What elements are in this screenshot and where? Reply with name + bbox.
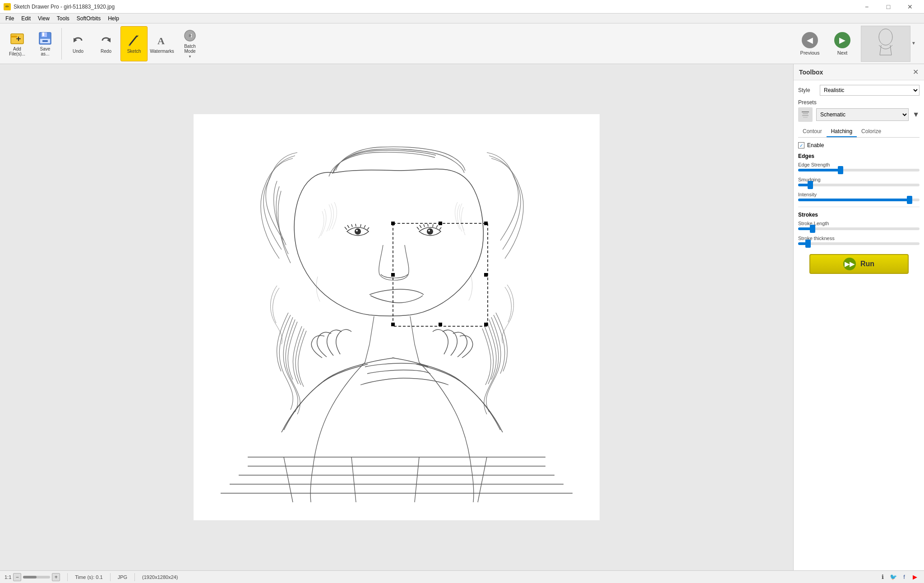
previous-label: Previous [800,50,820,56]
intensity-track[interactable] [798,199,919,201]
sel-handle-bl [391,323,395,326]
time-label: Time (s): 0.1 [75,574,102,580]
save-as-button[interactable]: Saveas... [32,26,59,61]
sketch-icon [127,33,141,48]
tab-contour[interactable]: Contour [798,126,827,137]
next-button[interactable]: ▶ Next [827,26,858,61]
presets-dropdown-icon[interactable]: ▼ [912,111,919,119]
stroke-thickness-track[interactable] [798,242,919,245]
run-icon: ▶▶ [843,258,856,270]
stroke-length-thumb[interactable] [810,225,815,233]
tab-colorize[interactable]: Colorize [857,126,886,137]
intensity-slider-row: Intensity [798,192,919,201]
next-icon: ▶ [834,32,850,48]
minimize-button[interactable]: − [856,0,877,14]
svg-point-19 [428,230,430,231]
watermarks-label: Watermarks [150,49,174,54]
smudging-track[interactable] [798,184,919,186]
svg-rect-3 [18,37,19,41]
redo-label: Redo [101,49,111,54]
smudging-thumb[interactable] [808,181,813,189]
svg-rect-1 [11,36,17,37]
tab-hatching[interactable]: Hatching [827,126,857,137]
menu-help[interactable]: Help [104,14,123,23]
presets-label: Presets [798,99,919,106]
app-icon: ✏ [4,3,11,10]
status-bar: 1:1 − + Time (s): 0.1 JPG (1920x1280x24)… [0,570,924,583]
sel-handle-br [484,323,488,326]
menu-file[interactable]: File [2,14,18,23]
previous-button[interactable]: ◀ Previous [794,26,826,61]
status-sep-2 [110,573,111,581]
sketch-label: Sketch [127,49,141,54]
title-bar-left: ✏ Sketch Drawer Pro - girl-511883_1920.j… [4,3,115,10]
redo-button[interactable]: Redo [92,26,120,61]
redo-icon [99,33,113,48]
toolbar-sep-1 [61,28,62,60]
toolbox-header: Toolbox ✕ [794,64,924,80]
toolbar-scroll[interactable]: ▼ [911,41,920,46]
zoom-track[interactable] [23,576,50,578]
run-button[interactable]: ▶▶ Run [809,254,909,274]
svg-rect-6 [42,32,44,36]
toolbox-body: Style Realistic Cartoon Pencil Presets [794,80,924,570]
save-as-label: Saveas... [40,46,51,56]
stroke-length-track[interactable] [798,227,919,230]
menu-view[interactable]: View [34,14,53,23]
edge-strength-fill [798,169,841,171]
strokes-title: Strokes [798,212,919,218]
edge-strength-track[interactable] [798,169,919,171]
sel-handle-ml [391,273,395,277]
sel-handle-tl [391,222,395,225]
add-files-button[interactable]: AddFile(s)... [4,26,31,61]
presets-row: Schematic Default Soft Hard ▼ [798,107,919,122]
presets-icon [798,107,813,122]
zoom-controls: 1:1 − + [5,573,60,581]
undo-button[interactable]: Undo [65,26,92,61]
edge-strength-thumb[interactable] [838,166,843,174]
thumbnail-preview [861,26,910,62]
menu-edit[interactable]: Edit [18,14,34,23]
twitter-icon[interactable]: 🐦 [889,573,898,582]
menu-softorbits[interactable]: SoftOrbits [73,14,104,23]
run-label: Run [860,260,874,268]
enable-label: Enable [807,142,824,148]
menu-tools[interactable]: Tools [53,14,73,23]
menu-bar: File Edit View Tools SoftOrbits Help [0,14,924,23]
youtube-icon[interactable]: ▶ [910,573,919,582]
svg-point-18 [427,228,433,235]
style-select[interactable]: Realistic Cartoon Pencil [820,85,919,96]
edge-strength-slider-row: Edge Strength [798,162,919,171]
sel-handle-mr [484,273,488,277]
strokes-section: Strokes Stroke Length Stroke thickness [798,212,919,245]
format-label: JPG [118,574,127,580]
sketch-container[interactable] [194,114,600,520]
zoom-plus-button[interactable]: + [52,573,60,581]
info-icon[interactable]: ℹ [878,573,887,582]
close-button[interactable]: ✕ [900,0,920,14]
intensity-thumb[interactable] [907,196,912,204]
window-title: Sketch Drawer Pro - girl-511883_1920.jpg [14,4,115,10]
stroke-length-slider-row: Stroke Length [798,221,919,230]
batch-mode-button[interactable]: BatchMode ▼ [176,26,203,61]
zoom-minus-button[interactable]: − [13,573,21,581]
stroke-thickness-slider-row: Stroke thickness [798,236,919,245]
facebook-icon[interactable]: f [900,573,909,582]
presets-select[interactable]: Schematic Default Soft Hard [816,108,909,121]
enable-checkbox[interactable] [798,142,804,148]
edges-title: Edges [798,153,919,159]
edge-strength-label: Edge Strength [798,162,919,167]
watermarks-button[interactable]: A Watermarks [148,26,176,61]
maximize-button[interactable]: □ [878,0,899,14]
status-icons: ℹ 🐦 f ▶ [878,573,919,582]
stroke-thickness-thumb[interactable] [805,240,811,248]
enable-row: Enable [798,142,919,148]
undo-label: Undo [73,49,83,54]
batch-mode-icon [183,28,197,43]
toolbox-close-button[interactable]: ✕ [913,68,919,76]
svg-text:A: A [157,35,165,46]
next-label: Next [837,50,848,56]
canvas-area[interactable] [0,64,793,570]
dimensions-label: (1920x1280x24) [142,574,178,580]
sketch-button[interactable]: Sketch [120,26,148,61]
